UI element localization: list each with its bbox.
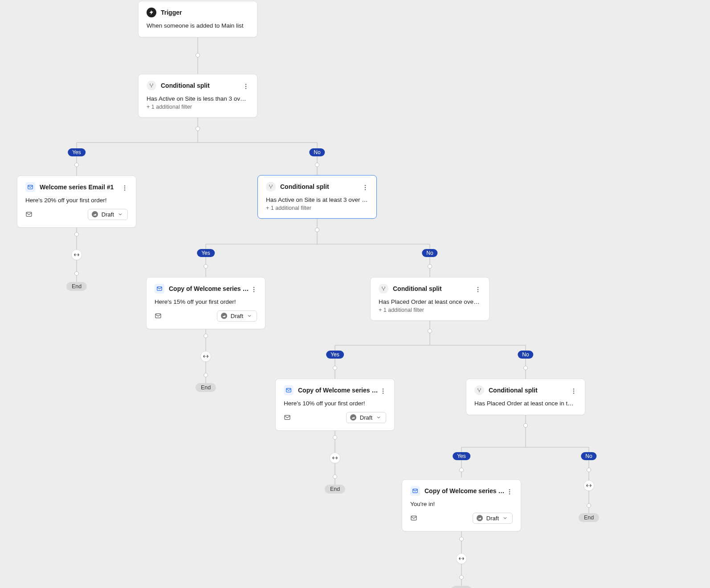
- add-node-dot[interactable]: [333, 435, 337, 440]
- end-node: End: [66, 282, 87, 291]
- add-node-dot[interactable]: [74, 232, 79, 237]
- node-menu-button[interactable]: [473, 285, 483, 294]
- svg-point-27: [124, 189, 125, 190]
- mail-icon: [155, 284, 164, 294]
- add-node-dot[interactable]: [333, 474, 337, 479]
- svg-point-41: [383, 388, 384, 389]
- add-node-dot[interactable]: [587, 468, 591, 472]
- split-icon: [147, 81, 156, 90]
- mail-icon: [25, 182, 35, 192]
- flow-control-icon[interactable]: [584, 480, 594, 491]
- status-dot-icon: [350, 414, 356, 421]
- add-node-dot[interactable]: [204, 264, 208, 269]
- chevron-down-icon: [502, 515, 508, 521]
- node-menu-button[interactable]: [505, 487, 514, 497]
- add-node-dot[interactable]: [587, 503, 591, 508]
- node-title: Conditional split: [393, 285, 481, 292]
- add-node-dot[interactable]: [196, 53, 200, 57]
- branch-no-badge: No: [581, 452, 596, 460]
- add-node-dot[interactable]: [428, 264, 432, 269]
- add-node-dot[interactable]: [204, 373, 208, 377]
- conditional-split-node[interactable]: Conditional split Has Placed Order at le…: [466, 379, 585, 415]
- svg-point-26: [124, 188, 125, 188]
- node-description: Has Active on Site is at least 3 over al…: [266, 196, 368, 204]
- add-node-dot[interactable]: [196, 127, 200, 131]
- flow-control-icon[interactable]: [456, 553, 467, 564]
- status-dropdown[interactable]: Draft: [88, 209, 128, 220]
- svg-point-49: [509, 489, 510, 490]
- add-node-dot[interactable]: [459, 537, 464, 541]
- chevron-down-icon: [118, 212, 123, 217]
- email-node[interactable]: Copy of Welcome series Em… Here's 10% of…: [275, 379, 395, 431]
- node-title: Welcome series Email #1: [40, 184, 120, 191]
- status-dropdown[interactable]: Draft: [473, 513, 513, 524]
- node-menu-button[interactable]: [249, 285, 259, 294]
- node-menu-button[interactable]: [120, 183, 130, 193]
- chevron-down-icon: [376, 415, 381, 420]
- mail-outline-icon: [155, 312, 162, 319]
- conditional-split-node[interactable]: Conditional split Has Active on Site is …: [138, 74, 257, 118]
- add-node-dot[interactable]: [459, 468, 464, 472]
- branch-no-badge: No: [518, 351, 533, 359]
- svg-point-45: [573, 388, 574, 389]
- branch-yes-badge: Yes: [326, 351, 344, 359]
- email-node[interactable]: Copy of Welcome series Em… Here's 15% of…: [146, 277, 265, 329]
- node-description: Has Placed Order at least once in the la…: [474, 400, 577, 408]
- node-title: Conditional split: [489, 387, 577, 394]
- add-node-dot[interactable]: [315, 228, 319, 232]
- node-title: Conditional split: [280, 183, 368, 190]
- status-dropdown[interactable]: Draft: [346, 412, 386, 423]
- mail-icon: [410, 486, 420, 496]
- add-node-dot[interactable]: [315, 163, 319, 167]
- svg-point-35: [253, 291, 254, 292]
- svg-point-30: [365, 187, 366, 188]
- svg-point-33: [253, 287, 254, 288]
- mail-icon: [284, 385, 294, 395]
- branch-yes-badge: Yes: [197, 249, 215, 257]
- node-description: You're in!: [410, 500, 513, 508]
- svg-point-21: [245, 84, 246, 85]
- add-node-dot[interactable]: [428, 329, 432, 333]
- status-dot-icon: [221, 313, 227, 319]
- node-title: Copy of Welcome series Em…: [424, 487, 505, 494]
- status-label: Draft: [231, 313, 243, 319]
- node-menu-button[interactable]: [241, 82, 251, 91]
- node-title: Copy of Welcome series Em…: [169, 285, 249, 292]
- trigger-node[interactable]: Trigger When someone is added to Main li…: [138, 1, 257, 37]
- email-node[interactable]: Copy of Welcome series Em… You're in! Dr…: [402, 479, 521, 531]
- chevron-down-icon: [247, 313, 252, 318]
- status-label: Draft: [360, 414, 372, 421]
- add-node-dot[interactable]: [74, 163, 79, 167]
- node-title: Trigger: [161, 9, 249, 16]
- svg-point-22: [245, 86, 246, 87]
- flow-control-icon[interactable]: [71, 249, 82, 260]
- add-node-dot[interactable]: [204, 334, 208, 338]
- split-icon: [266, 182, 276, 192]
- node-title: Copy of Welcome series Em…: [298, 387, 378, 394]
- add-node-dot[interactable]: [333, 366, 337, 370]
- node-description: Here's 20% off your first order!: [25, 196, 128, 204]
- node-description: Here's 10% off your first order!: [284, 400, 386, 408]
- svg-point-29: [365, 185, 366, 186]
- add-node-dot[interactable]: [523, 423, 528, 428]
- svg-point-23: [245, 88, 246, 89]
- status-label: Draft: [102, 211, 114, 218]
- conditional-split-node-selected[interactable]: Conditional split Has Active on Site is …: [257, 175, 377, 219]
- node-description: When someone is added to Main list: [147, 22, 249, 30]
- add-node-dot[interactable]: [459, 575, 464, 580]
- status-dropdown[interactable]: Draft: [217, 310, 257, 322]
- svg-point-34: [253, 289, 254, 290]
- node-menu-button[interactable]: [378, 386, 388, 396]
- flow-control-icon[interactable]: [200, 351, 211, 362]
- add-node-dot[interactable]: [74, 271, 79, 276]
- add-node-dot[interactable]: [523, 366, 528, 370]
- flow-control-icon[interactable]: [330, 453, 340, 463]
- svg-point-42: [383, 391, 384, 392]
- email-node[interactable]: Welcome series Email #1 Here's 20% off y…: [17, 176, 136, 228]
- node-subtext: + 1 additional filter: [266, 205, 368, 211]
- node-menu-button[interactable]: [569, 386, 579, 396]
- svg-point-38: [477, 289, 478, 290]
- node-menu-button[interactable]: [360, 183, 370, 192]
- conditional-split-node[interactable]: Conditional split Has Placed Order at le…: [370, 277, 490, 321]
- status-label: Draft: [486, 515, 499, 522]
